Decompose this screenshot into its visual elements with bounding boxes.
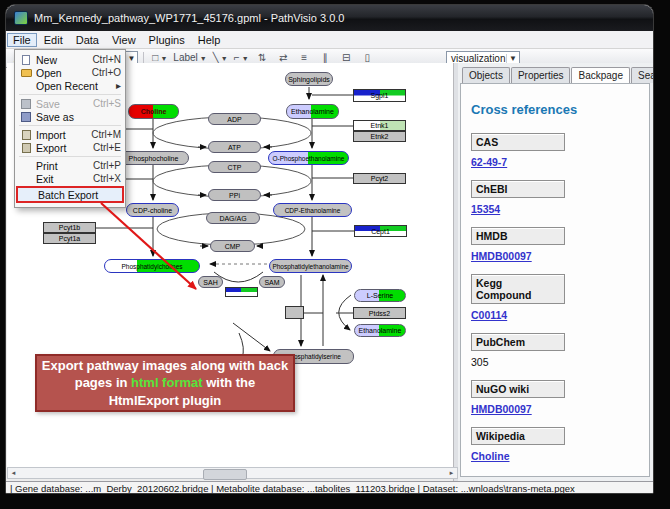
- pathway-node-phosphocholine[interactable]: Phosphocholine: [118, 151, 189, 165]
- saveas-icon: [19, 112, 33, 122]
- menu-item-print[interactable]: PrintCtrl+P: [16, 159, 124, 172]
- title-bar: Mm_Kennedy_pathway_WP1771_45176.gpml - P…: [6, 5, 653, 31]
- pathway-node-etnk1[interactable]: Etnk1: [353, 120, 406, 131]
- pathway-node-ethanolamine[interactable]: Ethanolamine: [286, 104, 339, 119]
- pathway-node-cdp-ethanolamine[interactable]: CDP-Ethanolamine: [273, 203, 352, 217]
- annotation-callout: Export pathway images along with backpag…: [35, 354, 295, 412]
- chevron-down-icon: ▼: [242, 55, 249, 62]
- menu-item-save[interactable]: SaveCtrl+S: [16, 97, 124, 110]
- pathway-node-cmp[interactable]: CMP: [210, 240, 255, 252]
- pathway-node-pcyt1a[interactable]: Pcyt1a: [43, 233, 96, 244]
- pathway-node[interactable]: [225, 287, 258, 297]
- pathway-node-ptdss2[interactable]: Ptdss2: [353, 307, 406, 319]
- new-icon: [19, 55, 33, 65]
- menu-item-label: Print: [36, 160, 93, 172]
- tab-backpage[interactable]: Backpage: [571, 67, 629, 83]
- pathway-node[interactable]: [285, 306, 304, 319]
- xref-section-value: 62-49-7: [471, 156, 639, 168]
- pathway-node-phosphatidylcholines[interactable]: Phosphatidylcholines: [104, 259, 200, 273]
- pathway-node-ctp[interactable]: CTP: [208, 161, 261, 173]
- annotation-text: Export pathway images along with back: [42, 358, 288, 373]
- menubar-item-help[interactable]: Help: [192, 33, 227, 47]
- menu-shortcut: Ctrl+E: [93, 142, 121, 153]
- menu-item-export[interactable]: ExportCtrl+E: [16, 141, 124, 154]
- menu-item-label: Open: [36, 67, 92, 79]
- pathway-node-sah[interactable]: SAH: [198, 276, 223, 288]
- pathway-node-dag-ag[interactable]: DAG/AG: [206, 212, 260, 224]
- pathway-node-sphingolipids[interactable]: Sphingolipids: [285, 72, 333, 86]
- pathway-node-atp[interactable]: ATP: [208, 141, 261, 153]
- menubar-item-edit[interactable]: Edit: [38, 33, 69, 47]
- pathway-node-cept1[interactable]: Cept1: [354, 225, 407, 237]
- scroll-right-icon[interactable]: ►: [446, 468, 457, 478]
- pathway-node-o-phosphoethanolamine[interactable]: O-Phosphoethanolamine: [268, 151, 349, 165]
- tab-objects[interactable]: Objects: [462, 67, 510, 83]
- menu-item-open[interactable]: OpenCtrl+O: [16, 66, 124, 79]
- screenshot-root: Mm_Kennedy_pathway_WP1771_45176.gpml - P…: [0, 0, 670, 509]
- preview-icon: ▯: [364, 53, 370, 63]
- chevron-down-icon: ▼: [221, 55, 228, 62]
- annotation-text: HtmlExport plugin: [109, 393, 222, 408]
- horizontal-scrollbar[interactable]: ◄ ►: [7, 467, 458, 479]
- common-size-icon: ⊟: [342, 53, 350, 63]
- xref-plain-value: 305: [471, 356, 489, 368]
- xref-link-nugo-wiki[interactable]: HMDB00097: [471, 403, 532, 415]
- xref-link-wikipedia[interactable]: Choline: [471, 450, 510, 462]
- xref-link-kegg-compound[interactable]: C00114: [471, 309, 507, 321]
- xref-section-kegg-compound: Kegg CompoundC00114: [471, 274, 639, 321]
- scrollbar-thumb[interactable]: [203, 469, 247, 480]
- connector-tool-icon: ⌐: [234, 53, 240, 63]
- chevron-down-icon: ▼: [506, 54, 519, 63]
- menubar-item-file[interactable]: File: [7, 33, 37, 47]
- pathway-node-ethanolamine[interactable]: Ethanolamine: [354, 324, 406, 337]
- pathway-node-sam[interactable]: SAM: [259, 276, 285, 288]
- menubar-item-data[interactable]: Data: [70, 33, 105, 47]
- menubar-item-view[interactable]: View: [106, 33, 142, 47]
- menu-item-import[interactable]: ImportCtrl+M: [16, 128, 124, 141]
- cross-references-heading: Cross references: [471, 102, 639, 117]
- chevron-down-icon: ▼: [124, 54, 137, 63]
- side-panel: ObjectsPropertiesBackpageSearchLegend Cr…: [458, 63, 654, 483]
- annotation-line: pages in html format with the: [37, 374, 293, 392]
- menu-item-exit[interactable]: ExitCtrl+X: [16, 172, 124, 185]
- saveas-icon: [21, 112, 31, 122]
- xref-link-hmdb[interactable]: HMDB00097: [471, 250, 532, 262]
- xref-link-chebi[interactable]: 15354: [471, 203, 500, 215]
- pathway-node-phosphatidylethanolamine[interactable]: Phosphatidylethanolamine: [269, 259, 352, 273]
- tab-properties[interactable]: Properties: [511, 67, 571, 83]
- export-icon: [19, 143, 33, 153]
- pathway-node-pcyt1b[interactable]: Pcyt1b: [43, 222, 96, 233]
- menubar-item-plugins[interactable]: Plugins: [143, 33, 191, 47]
- label-tool-icon: Label: [173, 53, 197, 63]
- xref-link-cas[interactable]: 62-49-7: [471, 156, 507, 168]
- menu-item-save-as[interactable]: Save as: [16, 110, 124, 123]
- pathway-node-adp[interactable]: ADP: [208, 113, 261, 125]
- distribute-horizontal-icon: ∥: [323, 53, 328, 63]
- menu-shortcut: Ctrl+S: [93, 98, 121, 109]
- menu-item-label: Batch Export: [38, 189, 119, 201]
- backpage-content: Cross references CAS62-49-7ChEBI15354HMD…: [460, 83, 650, 477]
- pathway-node-etnk2[interactable]: Etnk2: [353, 131, 406, 142]
- xref-section-pubchem: PubChem305: [471, 333, 639, 368]
- xref-section-wikipedia: WikipediaCholine: [471, 427, 639, 462]
- menu-item-new[interactable]: NewCtrl+N: [16, 53, 124, 66]
- menu-shortcut: Ctrl+N: [92, 54, 121, 65]
- scroll-left-icon[interactable]: ◄: [8, 468, 19, 478]
- align-vertical-center-icon: ⇅: [258, 53, 266, 63]
- tab-search[interactable]: Search: [631, 67, 654, 83]
- pathway-node-pcyt2[interactable]: Pcyt2: [353, 173, 406, 184]
- menu-shortcut: Ctrl+P: [93, 160, 121, 171]
- chevron-down-icon: ▼: [200, 55, 207, 62]
- pathway-node-cdp-choline[interactable]: CDP-choline: [126, 203, 179, 217]
- menu-item-open-recent[interactable]: Open Recent▸: [16, 79, 124, 92]
- export-icon: [22, 143, 31, 153]
- xref-section-title: Wikipedia: [471, 427, 565, 445]
- pathway-node-sgpl1[interactable]: Sgpl1: [353, 89, 406, 102]
- pathway-node-l-serine[interactable]: L-Serine: [354, 289, 406, 302]
- new-icon: [22, 55, 30, 65]
- menu-item-batch-export[interactable]: Batch Export: [16, 186, 124, 203]
- pathway-node-choline[interactable]: Choline: [128, 104, 179, 119]
- annotation-line: Export pathway images along with back: [37, 357, 293, 375]
- pathway-node-ppi[interactable]: PPi: [208, 189, 261, 201]
- window-title: Mm_Kennedy_pathway_WP1771_45176.gpml - P…: [34, 12, 344, 24]
